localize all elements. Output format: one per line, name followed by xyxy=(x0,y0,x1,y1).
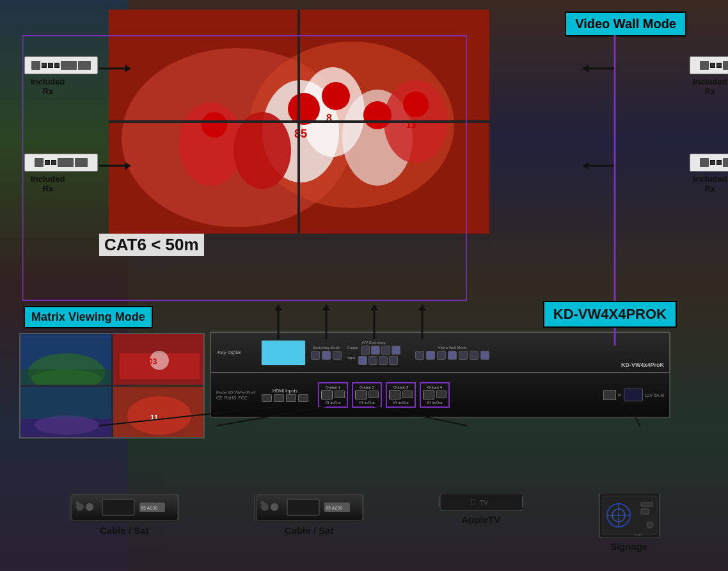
source-item-appletv:  TV AppleTV xyxy=(439,493,523,525)
football-svg: 85 8 13 xyxy=(109,10,489,234)
thumbnail-1: 03 xyxy=(113,334,204,385)
output3-ports xyxy=(389,390,413,399)
output-group-3: Output 3 IR In/Out xyxy=(386,382,416,408)
svg-rect-62 xyxy=(287,499,319,515)
switching-mode-buttons xyxy=(311,351,342,360)
appletv-svg:  TV xyxy=(440,493,522,511)
vw-btn-5 xyxy=(459,351,468,360)
cat6-port-1 xyxy=(321,390,333,399)
source-item-signage: intel Signage xyxy=(599,493,660,552)
input-row: Input xyxy=(347,356,400,365)
rack-front-panel: Key digital Switching Mode A/V Switching… xyxy=(210,332,670,373)
svg-marker-43 xyxy=(274,304,282,310)
btn-audio xyxy=(333,351,342,360)
svg-text:TV: TV xyxy=(480,499,488,506)
vw-btn-4 xyxy=(448,351,457,360)
svg-marker-49 xyxy=(418,304,426,310)
hdmi-port-3 xyxy=(286,394,296,402)
svg-rect-55 xyxy=(102,499,134,515)
power-terminal xyxy=(624,389,643,401)
cable-sat-2-svg: 65 A230 xyxy=(255,493,363,522)
output2-ir-label: IR In/Out xyxy=(360,401,375,405)
vw-btn-3 xyxy=(437,351,446,360)
cable-sat-1-svg: 65 A230 xyxy=(70,493,178,522)
matrix-viewing-mode-label: Matrix Viewing Mode xyxy=(24,306,153,328)
rack-lcd-display xyxy=(261,340,306,366)
hdmi-out-2 xyxy=(368,390,379,398)
btn-av xyxy=(322,351,331,360)
svg-point-61 xyxy=(271,503,278,511)
hdmi-out-4 xyxy=(436,390,447,398)
av-btn-2 xyxy=(371,346,380,355)
svg-point-7 xyxy=(233,112,291,189)
svg-rect-31 xyxy=(20,369,111,385)
rack-av-section: A/V Switching Output Input xyxy=(347,341,400,365)
svg-point-11 xyxy=(202,112,227,138)
input-btn-1 xyxy=(358,356,367,365)
output3-ir-label: IR In/Out xyxy=(393,401,409,405)
svg-point-54 xyxy=(86,503,93,511)
model-label-section: Model KD-VW4x4ProK CE RoHS FCC xyxy=(216,390,255,400)
cable-sat-device-2: 65 A230 xyxy=(255,493,363,522)
cat6-port-4 xyxy=(423,390,434,399)
hdmi-out-1 xyxy=(335,390,345,398)
lan-section: IR 12V 5A M xyxy=(603,389,664,401)
hdmi-port-2 xyxy=(274,394,284,402)
output2-ports xyxy=(355,390,379,399)
signage-device: intel xyxy=(599,493,660,538)
matrix-thumbnail-grid: 03 11 xyxy=(19,333,205,438)
output4-ports xyxy=(423,390,447,399)
av-btn-4 xyxy=(392,346,400,355)
thumbnail-2 xyxy=(20,387,111,437)
cable-sat-device-1: 65 A230 xyxy=(70,493,178,522)
cat6-distance-label: CAT6 < 50m xyxy=(99,234,204,256)
rack-unit: Key digital Switching Mode A/V Switching… xyxy=(210,332,670,418)
signage-svg: intel xyxy=(599,493,659,538)
svg-point-12 xyxy=(363,101,392,129)
source-item-cable1: 65 A230 Cable / Sat xyxy=(70,493,178,536)
btn-hdmi xyxy=(311,351,320,360)
svg-text:65 A230: 65 A230 xyxy=(141,506,157,510)
main-content: Video Wall Mode xyxy=(0,0,728,571)
svg-point-38 xyxy=(35,415,99,435)
lan-power-section: IR 12V 5A M xyxy=(603,389,664,401)
lan-port xyxy=(603,390,616,400)
rack-model-name: KD-VW4x4ProK xyxy=(621,362,664,368)
cat6-port-3 xyxy=(389,390,400,399)
svg-point-76 xyxy=(647,522,653,528)
cable-sat-2-label: Cable / Sat xyxy=(285,525,334,536)
svg-marker-27 xyxy=(582,162,589,170)
cable-sat-1-label: Cable / Sat xyxy=(100,525,149,536)
thumb-hockey-svg: 03 xyxy=(113,334,204,385)
av-btn-1 xyxy=(361,346,370,355)
svg-text:11: 11 xyxy=(150,414,158,421)
svg-point-9 xyxy=(288,93,320,125)
output-group-2: Output 2 IR In/Out xyxy=(352,382,382,408)
signage-label: Signage xyxy=(610,541,647,552)
rack-rear-panel: Model KD-VW4x4ProK CE RoHS FCC HDMI Inpu… xyxy=(210,373,670,418)
arrow-br xyxy=(582,162,614,170)
svg-text::  xyxy=(471,497,474,507)
hdmi-out-3 xyxy=(402,390,413,398)
svg-rect-74 xyxy=(641,503,653,506)
rack-switching-section: Switching Mode xyxy=(311,346,342,360)
vw-btn-2 xyxy=(426,351,435,360)
thumb-football-svg: 11 xyxy=(113,387,204,437)
svg-point-53 xyxy=(76,503,84,511)
output1-ports xyxy=(321,390,345,399)
video-wall-mode-label: Video Wall Mode xyxy=(565,12,686,36)
thumbnail-3: 11 xyxy=(113,387,204,437)
appletv-label: AppleTV xyxy=(461,514,500,525)
arrow-tr xyxy=(582,65,614,72)
svg-marker-47 xyxy=(370,304,378,310)
svg-marker-23 xyxy=(582,65,589,72)
output1-ir-label: IR In/Out xyxy=(326,401,341,405)
svg-point-10 xyxy=(322,82,350,110)
vw-buttons xyxy=(415,351,489,360)
svg-point-40 xyxy=(127,396,191,435)
vw-btn-6 xyxy=(470,351,479,360)
input-btn-4 xyxy=(389,356,398,365)
output-row: Output xyxy=(347,346,400,355)
output-group-1: Output 1 IR In/Out xyxy=(318,382,348,408)
av-btn-3 xyxy=(381,346,390,355)
